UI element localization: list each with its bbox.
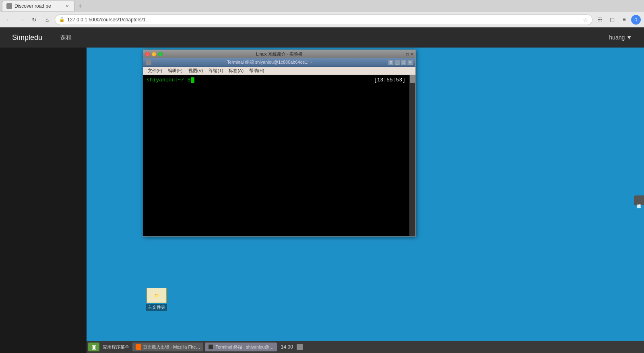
file-folder-label: 主文件夹 bbox=[146, 304, 167, 311]
terminal-inner-titlebar: Terminal 终端 shiyanlou@1c880ab64ce1: ~ ⚙ … bbox=[143, 58, 415, 67]
address-text: 127.0.0.1:5000/courses/1/chapters/1 bbox=[67, 17, 580, 23]
user-menu[interactable]: huang ▼ bbox=[609, 34, 632, 41]
tab-title: Discover road pe bbox=[14, 3, 51, 9]
tmenu-help[interactable]: 帮助(H) bbox=[247, 67, 266, 75]
nav-courses[interactable]: 课程 bbox=[54, 34, 78, 41]
terminal-prompt-user: shiyanlou:~/ $ bbox=[147, 77, 190, 83]
taskbar-tray: 14:00 bbox=[279, 344, 303, 350]
tab-close-button[interactable]: ✕ bbox=[64, 3, 70, 9]
tmenu-edit[interactable]: 编辑(E) bbox=[165, 67, 185, 75]
main-page: Simpledu 课程 huang ▼ Linux bbox=[0, 27, 644, 353]
new-tab-button[interactable]: + bbox=[75, 1, 85, 11]
app-nav: 课程 bbox=[54, 34, 78, 42]
terminal-prompt-line: shiyanlou:~/ $ bbox=[147, 77, 412, 83]
taskbar-clock: 14:00 bbox=[279, 344, 295, 350]
user-avatar[interactable]: R bbox=[631, 15, 641, 25]
taskbar-label-apps: 应用程序菜单 bbox=[101, 344, 131, 350]
toolbar-right: ☷ ▢ ≡ R bbox=[595, 15, 641, 25]
tmenu-view[interactable]: 视图(V) bbox=[186, 67, 206, 75]
translate-button[interactable]: ☷ bbox=[595, 15, 605, 25]
terminal-window-title: Linux 系统简介 · 实验楼 bbox=[256, 51, 303, 57]
menu-button[interactable]: ≡ bbox=[619, 15, 630, 25]
folder-icon: 📁 bbox=[154, 293, 159, 298]
tmenu-file[interactable]: 文件(F) bbox=[145, 67, 165, 75]
bookmark-star-icon[interactable]: ☆ bbox=[583, 17, 588, 23]
taskbar-terminal[interactable]: Terminal 终端 · shiyanlou@… bbox=[205, 343, 277, 351]
terminal-menubar: 文件(F) 编辑(E) 视图(V) 终端(T) 标签(A) 帮助(H) bbox=[143, 67, 415, 75]
reload-button[interactable]: ↻ bbox=[29, 15, 39, 25]
terminal-inner-favicon bbox=[146, 60, 151, 65]
content-area: Linux 系统简介 · 实验楼 ◻ ✕ Terminal 终端 shiyanl… bbox=[0, 48, 644, 353]
terminal-inner-maximize[interactable]: □ bbox=[401, 60, 407, 65]
right-side-tab[interactable]: 显示上具栏 bbox=[634, 195, 644, 205]
terminal-cursor bbox=[191, 77, 194, 83]
terminal-window[interactable]: Linux 系统简介 · 实验楼 ◻ ✕ Terminal 终端 shiyanl… bbox=[143, 50, 416, 237]
terminal-inner-minimize[interactable]: _ bbox=[394, 60, 400, 65]
tab-favicon bbox=[6, 3, 12, 9]
start-icon: ▣ bbox=[91, 344, 97, 350]
terminal-titlebar: Linux 系统简介 · 实验楼 ◻ ✕ bbox=[143, 50, 415, 58]
lock-icon: 🔒 bbox=[59, 17, 65, 22]
terminal-resize-icon[interactable]: ◻ bbox=[406, 52, 409, 56]
file-folder-icon[interactable]: 📁 主文件夹 bbox=[146, 288, 167, 311]
terminal-scroll-thumb[interactable] bbox=[410, 75, 415, 83]
terminal-clock: [13:55:53] bbox=[374, 77, 405, 83]
terminal-content[interactable]: [13:55:53] shiyanlou:~/ $ bbox=[143, 75, 415, 236]
forward-button[interactable]: → bbox=[16, 15, 27, 25]
home-button[interactable]: ⌂ bbox=[42, 15, 52, 25]
address-bar: ← → ↻ ⌂ 🔒 127.0.0.1:5000/courses/1/chapt… bbox=[0, 12, 644, 27]
terminal-menu-buttons: ◻ ✕ bbox=[406, 52, 413, 56]
terminal-inner-title: Terminal 终端 shiyanlou@1c880ab64ce1: ~ bbox=[154, 59, 386, 65]
user-initial: R bbox=[634, 17, 638, 22]
tmenu-terminal[interactable]: 终端(T) bbox=[206, 67, 225, 75]
address-input-wrap[interactable]: 🔒 127.0.0.1:5000/courses/1/chapters/1 ☆ bbox=[55, 15, 592, 25]
tray-icon bbox=[297, 344, 303, 350]
virtual-desktop: Linux 系统简介 · 实验楼 ◻ ✕ Terminal 终端 shiyanl… bbox=[87, 48, 644, 353]
window-minimize-button[interactable] bbox=[152, 52, 156, 56]
terminal-inner-settings[interactable]: ⚙ bbox=[388, 60, 394, 65]
file-folder-graphic: 📁 bbox=[147, 288, 167, 303]
left-panel bbox=[0, 48, 87, 353]
terminal-taskbar-icon bbox=[208, 344, 214, 350]
terminal-scrollbar[interactable] bbox=[409, 75, 415, 236]
window-close-button[interactable] bbox=[145, 52, 150, 56]
app-logo[interactable]: Simpledu bbox=[12, 33, 42, 42]
taskbar-terminal-label: Terminal 终端 · shiyanlou@… bbox=[215, 344, 273, 350]
terminal-inner-close[interactable]: ✕ bbox=[407, 60, 413, 65]
extension-button[interactable]: ▢ bbox=[607, 15, 617, 25]
firefox-icon bbox=[136, 344, 141, 350]
taskbar-firefox-label: 页面载入出错 · Mozilla Fire… bbox=[143, 344, 200, 350]
taskbar: ▣ 应用程序菜单 页面载入出错 · Mozilla Fire… Terminal… bbox=[87, 341, 644, 353]
terminal-inner-controls: ⚙ _ □ ✕ bbox=[388, 60, 413, 65]
window-maximize-button[interactable] bbox=[158, 52, 163, 56]
user-menu-label: huang bbox=[609, 34, 625, 41]
tmenu-tabs[interactable]: 标签(A) bbox=[226, 67, 246, 75]
tab-bar: Discover road pe ✕ + bbox=[0, 0, 644, 12]
taskbar-firefox[interactable]: 页面载入出错 · Mozilla Fire… bbox=[132, 343, 203, 351]
active-tab[interactable]: Discover road pe ✕ bbox=[2, 1, 74, 11]
taskbar-start-button[interactable]: ▣ bbox=[88, 343, 99, 351]
back-button[interactable]: ← bbox=[3, 15, 14, 25]
terminal-close-x[interactable]: ✕ bbox=[410, 52, 413, 56]
window-controls bbox=[145, 52, 163, 56]
user-dropdown-icon: ▼ bbox=[626, 34, 632, 41]
app-header: Simpledu 课程 huang ▼ bbox=[0, 27, 644, 48]
